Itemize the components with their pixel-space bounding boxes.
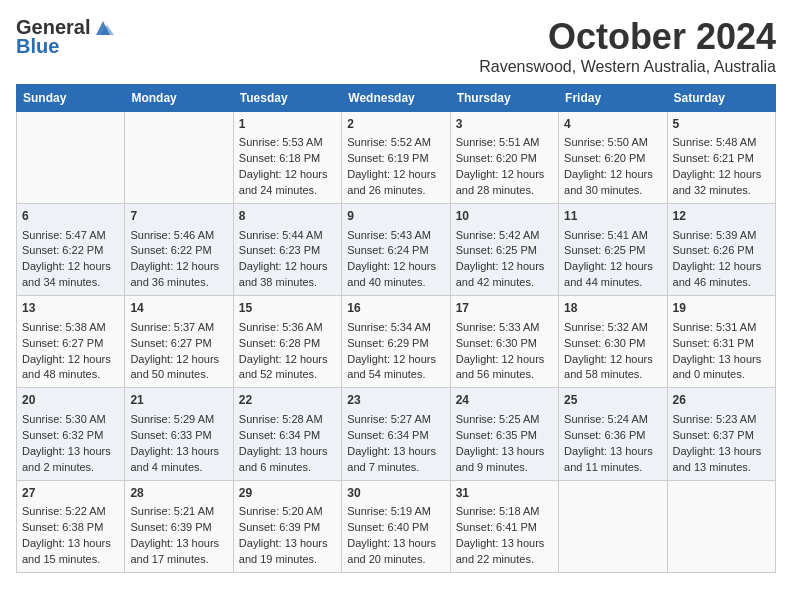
- sunrise-text: Sunrise: 5:19 AM: [347, 505, 431, 517]
- daylight-text: Daylight: 13 hours and 6 minutes.: [239, 445, 328, 473]
- daylight-text: Daylight: 12 hours and 42 minutes.: [456, 260, 545, 288]
- sunset-text: Sunset: 6:20 PM: [564, 152, 645, 164]
- calendar-cell: 9Sunrise: 5:43 AMSunset: 6:24 PMDaylight…: [342, 204, 450, 296]
- day-number: 23: [347, 392, 444, 409]
- day-number: 20: [22, 392, 119, 409]
- sunrise-text: Sunrise: 5:44 AM: [239, 229, 323, 241]
- daylight-text: Daylight: 13 hours and 2 minutes.: [22, 445, 111, 473]
- day-number: 5: [673, 116, 770, 133]
- sunset-text: Sunset: 6:24 PM: [347, 244, 428, 256]
- sunrise-text: Sunrise: 5:29 AM: [130, 413, 214, 425]
- day-number: 15: [239, 300, 336, 317]
- sunrise-text: Sunrise: 5:27 AM: [347, 413, 431, 425]
- sunset-text: Sunset: 6:22 PM: [130, 244, 211, 256]
- sunset-text: Sunset: 6:30 PM: [456, 337, 537, 349]
- calendar-cell: 21Sunrise: 5:29 AMSunset: 6:33 PMDayligh…: [125, 388, 233, 480]
- title-area: October 2024 Ravenswood, Western Austral…: [479, 16, 776, 76]
- sunset-text: Sunset: 6:23 PM: [239, 244, 320, 256]
- calendar-header-row: SundayMondayTuesdayWednesdayThursdayFrid…: [17, 85, 776, 112]
- daylight-text: Daylight: 13 hours and 0 minutes.: [673, 353, 762, 381]
- header-wednesday: Wednesday: [342, 85, 450, 112]
- sunrise-text: Sunrise: 5:33 AM: [456, 321, 540, 333]
- sunrise-text: Sunrise: 5:38 AM: [22, 321, 106, 333]
- location-title: Ravenswood, Western Australia, Australia: [479, 58, 776, 76]
- day-number: 2: [347, 116, 444, 133]
- calendar-cell: 17Sunrise: 5:33 AMSunset: 6:30 PMDayligh…: [450, 296, 558, 388]
- sunrise-text: Sunrise: 5:30 AM: [22, 413, 106, 425]
- calendar-cell: 14Sunrise: 5:37 AMSunset: 6:27 PMDayligh…: [125, 296, 233, 388]
- day-number: 30: [347, 485, 444, 502]
- day-number: 7: [130, 208, 227, 225]
- daylight-text: Daylight: 12 hours and 44 minutes.: [564, 260, 653, 288]
- calendar-cell: 25Sunrise: 5:24 AMSunset: 6:36 PMDayligh…: [559, 388, 667, 480]
- sunset-text: Sunset: 6:25 PM: [564, 244, 645, 256]
- day-number: 3: [456, 116, 553, 133]
- daylight-text: Daylight: 13 hours and 7 minutes.: [347, 445, 436, 473]
- sunrise-text: Sunrise: 5:41 AM: [564, 229, 648, 241]
- daylight-text: Daylight: 13 hours and 15 minutes.: [22, 537, 111, 565]
- daylight-text: Daylight: 12 hours and 52 minutes.: [239, 353, 328, 381]
- header-thursday: Thursday: [450, 85, 558, 112]
- day-number: 24: [456, 392, 553, 409]
- calendar-cell: 24Sunrise: 5:25 AMSunset: 6:35 PMDayligh…: [450, 388, 558, 480]
- sunset-text: Sunset: 6:34 PM: [239, 429, 320, 441]
- day-number: 11: [564, 208, 661, 225]
- sunrise-text: Sunrise: 5:47 AM: [22, 229, 106, 241]
- sunset-text: Sunset: 6:27 PM: [130, 337, 211, 349]
- daylight-text: Daylight: 12 hours and 30 minutes.: [564, 168, 653, 196]
- day-number: 1: [239, 116, 336, 133]
- calendar-week-row: 27Sunrise: 5:22 AMSunset: 6:38 PMDayligh…: [17, 480, 776, 572]
- month-title: October 2024: [479, 16, 776, 58]
- calendar-cell: 28Sunrise: 5:21 AMSunset: 6:39 PMDayligh…: [125, 480, 233, 572]
- sunset-text: Sunset: 6:29 PM: [347, 337, 428, 349]
- calendar-week-row: 1Sunrise: 5:53 AMSunset: 6:18 PMDaylight…: [17, 112, 776, 204]
- calendar-cell: 5Sunrise: 5:48 AMSunset: 6:21 PMDaylight…: [667, 112, 775, 204]
- daylight-text: Daylight: 12 hours and 50 minutes.: [130, 353, 219, 381]
- sunrise-text: Sunrise: 5:42 AM: [456, 229, 540, 241]
- sunrise-text: Sunrise: 5:25 AM: [456, 413, 540, 425]
- daylight-text: Daylight: 13 hours and 13 minutes.: [673, 445, 762, 473]
- sunset-text: Sunset: 6:39 PM: [130, 521, 211, 533]
- day-number: 14: [130, 300, 227, 317]
- day-number: 13: [22, 300, 119, 317]
- sunrise-text: Sunrise: 5:48 AM: [673, 136, 757, 148]
- day-number: 22: [239, 392, 336, 409]
- sunset-text: Sunset: 6:18 PM: [239, 152, 320, 164]
- calendar-cell: 22Sunrise: 5:28 AMSunset: 6:34 PMDayligh…: [233, 388, 341, 480]
- daylight-text: Daylight: 13 hours and 19 minutes.: [239, 537, 328, 565]
- daylight-text: Daylight: 13 hours and 11 minutes.: [564, 445, 653, 473]
- sunset-text: Sunset: 6:40 PM: [347, 521, 428, 533]
- daylight-text: Daylight: 12 hours and 48 minutes.: [22, 353, 111, 381]
- day-number: 26: [673, 392, 770, 409]
- calendar-cell: 18Sunrise: 5:32 AMSunset: 6:30 PMDayligh…: [559, 296, 667, 388]
- page-header: General Blue October 2024 Ravenswood, We…: [16, 16, 776, 76]
- calendar-cell: [667, 480, 775, 572]
- sunrise-text: Sunrise: 5:22 AM: [22, 505, 106, 517]
- daylight-text: Daylight: 13 hours and 17 minutes.: [130, 537, 219, 565]
- calendar-week-row: 20Sunrise: 5:30 AMSunset: 6:32 PMDayligh…: [17, 388, 776, 480]
- sunrise-text: Sunrise: 5:34 AM: [347, 321, 431, 333]
- sunset-text: Sunset: 6:34 PM: [347, 429, 428, 441]
- sunset-text: Sunset: 6:25 PM: [456, 244, 537, 256]
- day-number: 4: [564, 116, 661, 133]
- sunset-text: Sunset: 6:41 PM: [456, 521, 537, 533]
- sunrise-text: Sunrise: 5:24 AM: [564, 413, 648, 425]
- sunrise-text: Sunrise: 5:43 AM: [347, 229, 431, 241]
- sunset-text: Sunset: 6:30 PM: [564, 337, 645, 349]
- calendar-week-row: 6Sunrise: 5:47 AMSunset: 6:22 PMDaylight…: [17, 204, 776, 296]
- daylight-text: Daylight: 12 hours and 36 minutes.: [130, 260, 219, 288]
- sunrise-text: Sunrise: 5:32 AM: [564, 321, 648, 333]
- sunrise-text: Sunrise: 5:31 AM: [673, 321, 757, 333]
- calendar-cell: 2Sunrise: 5:52 AMSunset: 6:19 PMDaylight…: [342, 112, 450, 204]
- logo-icon: [92, 17, 114, 39]
- daylight-text: Daylight: 12 hours and 46 minutes.: [673, 260, 762, 288]
- day-number: 18: [564, 300, 661, 317]
- calendar-cell: 30Sunrise: 5:19 AMSunset: 6:40 PMDayligh…: [342, 480, 450, 572]
- day-number: 9: [347, 208, 444, 225]
- calendar-cell: 19Sunrise: 5:31 AMSunset: 6:31 PMDayligh…: [667, 296, 775, 388]
- daylight-text: Daylight: 13 hours and 20 minutes.: [347, 537, 436, 565]
- sunset-text: Sunset: 6:38 PM: [22, 521, 103, 533]
- day-number: 21: [130, 392, 227, 409]
- calendar-cell: 8Sunrise: 5:44 AMSunset: 6:23 PMDaylight…: [233, 204, 341, 296]
- sunrise-text: Sunrise: 5:18 AM: [456, 505, 540, 517]
